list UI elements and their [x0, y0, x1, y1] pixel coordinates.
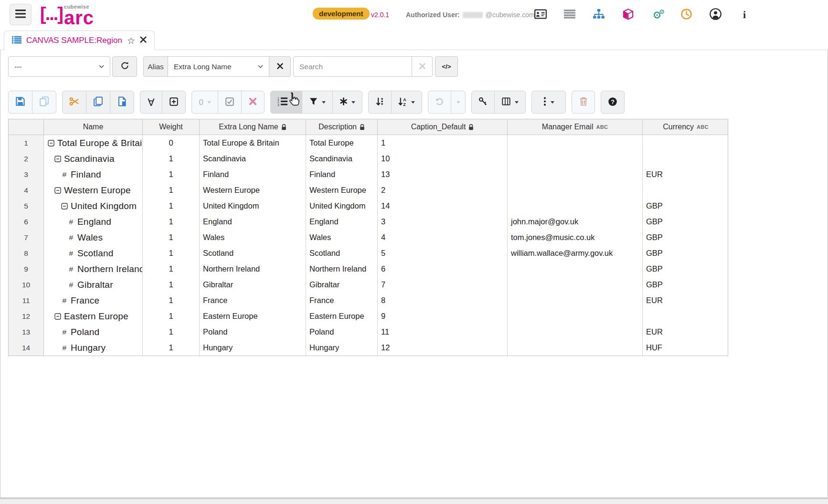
currency-cell[interactable] [643, 308, 729, 324]
manager-email-cell[interactable]: john.major@gov.uk [508, 214, 643, 230]
row-number-cell[interactable]: 7 [9, 230, 44, 245]
extra-long-name-cell[interactable]: Finland [200, 167, 306, 182]
name-cell[interactable]: Scandinavia [44, 151, 143, 167]
manager-email-cell[interactable]: tom.jones@music.co.uk [508, 230, 643, 245]
manager-email-cell[interactable] [508, 293, 643, 308]
extra-long-name-cell[interactable]: Hungary [200, 340, 306, 356]
weight-cell[interactable]: 1 [143, 277, 200, 293]
row-number-cell[interactable]: 3 [9, 167, 44, 182]
dimensions-button[interactable] [592, 8, 605, 21]
wildcard-dropdown[interactable] [332, 91, 362, 114]
column-header-rownum[interactable] [9, 119, 44, 135]
extra-long-name-cell[interactable]: Northern Ireland [200, 261, 306, 277]
row-number-cell[interactable]: 8 [9, 245, 44, 261]
description-cell[interactable]: Hungary [306, 340, 378, 356]
add-element-button[interactable] [162, 91, 186, 114]
manager-email-cell[interactable] [508, 135, 643, 151]
clear-alias-button[interactable] [269, 56, 291, 77]
extra-long-name-cell[interactable]: Total Europe & Britain [200, 135, 306, 151]
more-options-dropdown[interactable] [531, 91, 566, 114]
currency-cell[interactable]: GBP [643, 198, 729, 214]
description-cell[interactable]: Total Europe [306, 135, 378, 151]
weight-cell[interactable]: 1 [143, 230, 200, 245]
currency-cell[interactable]: GBP [643, 277, 729, 293]
row-number-cell[interactable]: 1 [9, 135, 44, 151]
cubes-button[interactable] [621, 8, 635, 21]
extra-long-name-cell[interactable]: Eastern Europe [200, 308, 306, 324]
currency-cell[interactable]: EUR [643, 324, 729, 340]
name-cell[interactable]: #France [44, 293, 143, 308]
manager-email-cell[interactable] [508, 308, 643, 324]
currency-cell[interactable]: GBP [643, 214, 729, 230]
description-cell[interactable]: Western Europe [306, 182, 378, 198]
caption-default-cell[interactable]: 9 [378, 308, 508, 324]
row-number-cell[interactable]: 14 [9, 340, 44, 356]
duplicate-button[interactable] [32, 91, 56, 114]
row-number-cell[interactable]: 2 [9, 151, 44, 167]
commit-selection-button[interactable] [218, 91, 242, 114]
favorite-star-icon[interactable]: ☆ [127, 36, 135, 45]
processes-button[interactable]: ⚙ ⚙ [650, 8, 664, 21]
name-cell[interactable]: #Wales [44, 230, 143, 245]
description-cell[interactable]: England [306, 214, 378, 230]
weight-cell[interactable]: 1 [143, 324, 200, 340]
selection-count-dropdown[interactable]: 0 [191, 91, 218, 114]
delete-button[interactable] [572, 91, 595, 114]
extra-long-name-cell[interactable]: Wales [200, 230, 306, 245]
caption-default-cell[interactable]: 3 [378, 214, 508, 230]
collapse-icon[interactable] [54, 313, 61, 320]
row-number-cell[interactable]: 13 [9, 324, 44, 340]
weight-cell[interactable]: 1 [143, 308, 200, 324]
chores-button[interactable] [679, 8, 693, 21]
name-cell[interactable]: Eastern Europe [44, 308, 143, 324]
description-cell[interactable]: Scandinavia [306, 151, 378, 167]
weight-cell[interactable]: 1 [143, 340, 200, 356]
caption-default-cell[interactable]: 10 [378, 151, 508, 167]
weight-cell[interactable]: 1 [143, 198, 200, 214]
name-cell[interactable]: #Northern Ireland [44, 261, 143, 277]
caption-default-cell[interactable]: 12 [378, 340, 508, 356]
column-header-extra-long-name[interactable]: Extra Long Name [200, 119, 306, 135]
weight-cell[interactable]: 1 [143, 214, 200, 230]
description-cell[interactable]: Wales [306, 230, 378, 245]
caption-default-cell[interactable]: 8 [378, 293, 508, 308]
currency-cell[interactable]: GBP [643, 261, 729, 277]
description-cell[interactable]: Finland [306, 167, 378, 182]
manager-email-cell[interactable] [508, 261, 643, 277]
menu-button[interactable] [10, 4, 32, 25]
caption-default-cell[interactable]: 4 [378, 230, 508, 245]
contact-card-button[interactable] [534, 8, 547, 21]
caption-default-cell[interactable]: 5 [378, 245, 508, 261]
currency-cell[interactable] [643, 182, 729, 198]
info-button[interactable]: i [738, 8, 751, 21]
tab-canvas-sample-region[interactable]: CANVAS SAMPLE:Region ☆ [4, 31, 155, 50]
name-cell[interactable]: #Poland [44, 324, 143, 340]
column-header-description[interactable]: Description [306, 119, 378, 135]
manager-email-cell[interactable] [508, 182, 643, 198]
extra-long-name-cell[interactable]: United Kingdom [200, 198, 306, 214]
user-button[interactable] [709, 8, 722, 21]
name-cell[interactable]: #Gibraltar [44, 277, 143, 293]
caption-default-cell[interactable]: 14 [378, 198, 508, 214]
currency-cell[interactable]: HUF [643, 340, 729, 356]
paste-button[interactable] [110, 91, 134, 114]
column-header-weight[interactable]: Weight [143, 119, 200, 135]
sort-alpha-dropdown[interactable]: AZ [391, 91, 422, 114]
column-header-currency[interactable]: CurrencyABC [643, 119, 729, 135]
search-input[interactable] [293, 56, 412, 77]
manager-email-cell[interactable] [508, 151, 643, 167]
filter-dropdown[interactable] [302, 91, 333, 114]
cut-button[interactable] [62, 91, 86, 114]
description-cell[interactable]: Poland [306, 324, 378, 340]
discard-selection-button[interactable] [241, 91, 265, 114]
list-view-button[interactable] [563, 8, 576, 21]
name-cell[interactable]: #Hungary [44, 340, 143, 356]
currency-cell[interactable] [643, 135, 729, 151]
name-cell[interactable]: Western Europe [44, 182, 143, 198]
columns-dropdown[interactable] [494, 91, 526, 114]
weight-cell[interactable]: 1 [143, 245, 200, 261]
currency-cell[interactable]: GBP [643, 230, 729, 245]
collapse-icon[interactable] [54, 187, 61, 194]
save-button[interactable] [8, 91, 32, 114]
row-number-cell[interactable]: 12 [9, 308, 44, 324]
